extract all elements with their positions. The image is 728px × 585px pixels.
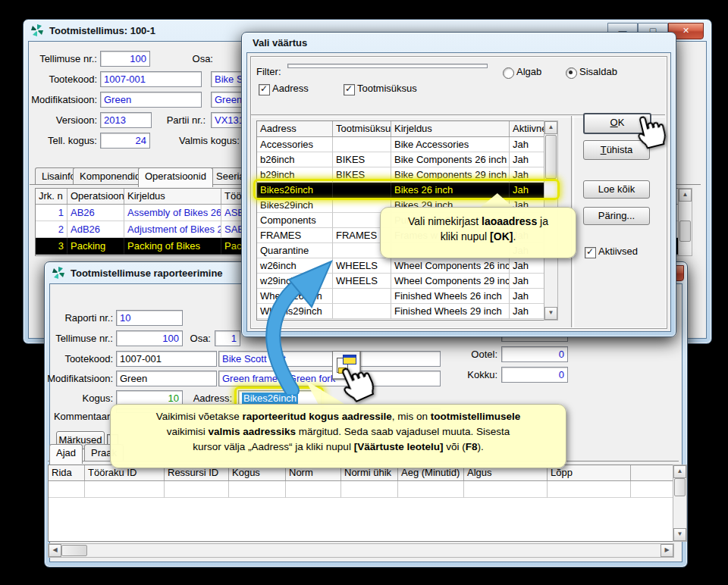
osa-field[interactable]: 1	[215, 330, 240, 346]
checkbox-tootmisyksus-label: Tootmisüksus	[357, 83, 417, 94]
main-window-title: Tootmistellimus: 100-1	[49, 25, 155, 36]
selected-row-highlight-ring	[253, 179, 560, 200]
label-kommentaar: Kommentaar:	[49, 411, 113, 422]
callout-report-info: Vaikimisi võetakse raporteeritud kogus a…	[110, 404, 566, 468]
ootel-field[interactable]: 0	[501, 346, 568, 362]
col-kirjeldus[interactable]: Kirjeldus	[391, 121, 510, 136]
tellimuse-nr-field[interactable]: 100	[100, 51, 150, 67]
label-aadress: Aadress:	[187, 393, 232, 404]
col-operatsiooni[interactable]: Operatsiooni	[67, 189, 124, 204]
col-jrk-nr[interactable]: Jrk. n	[36, 189, 67, 204]
col-tootmisyksus[interactable]: Tootmisüksus	[333, 121, 391, 136]
radio-algab-label: Algab	[516, 66, 541, 77]
tab-operatsioonid[interactable]: Operatsioonid	[138, 167, 213, 187]
col-aadress[interactable]: Aadress	[257, 121, 333, 136]
scroll-up-icon[interactable]: ▲	[544, 121, 557, 134]
label-partii-nr: Partii nr.:	[156, 114, 206, 126]
radio-sisaldab[interactable]	[566, 67, 577, 79]
dialog-titlebar[interactable]: Vali väärtus	[242, 33, 676, 52]
checkbox-aktiivsed[interactable]	[585, 247, 596, 258]
radio-sisaldab-label: Sisaldab	[579, 66, 617, 77]
app-icon	[31, 24, 43, 36]
filter-input[interactable]	[287, 64, 488, 68]
label-osa: Osa:	[187, 53, 213, 64]
tab-komponendid[interactable]: Komponendid	[73, 167, 147, 185]
checkbox-aadress[interactable]	[259, 84, 270, 95]
label-tootekood: Tootekood:	[33, 74, 97, 85]
checkbox-tootmisyksus[interactable]	[344, 84, 355, 95]
scroll-up-icon[interactable]: ▲	[679, 189, 692, 202]
times-v-scrollbar[interactable]: ▲ ▼	[673, 465, 687, 542]
scroll-up-icon[interactable]: ▲	[673, 465, 686, 478]
checkbox-aadress-label: Aadress	[272, 83, 309, 94]
col-aktiivne[interactable]: Aktiivne	[510, 121, 544, 136]
label-ootel: Ootel:	[444, 349, 497, 360]
address-table-header: Aadress Tootmisüksus Kirjeldus Aktiivne	[257, 121, 557, 137]
tell-kogus-field[interactable]: 24	[100, 133, 150, 149]
scroll-down-icon[interactable]: ▼	[673, 528, 686, 541]
label-tell-kogus: Tell. kogus:	[33, 135, 97, 146]
raporti-nr-field[interactable]: 10	[116, 310, 183, 326]
scroll-right-icon[interactable]: ▶	[661, 544, 673, 557]
tootekood-field[interactable]: 1007-001	[100, 71, 202, 87]
label-tootekood: Tootekood:	[49, 353, 113, 364]
label-raporti-nr: Raporti nr.:	[49, 312, 113, 324]
col-blank	[631, 465, 673, 480]
times-table: Rida Tööraku ID Ressursi ID Kogus Norm N…	[48, 465, 674, 542]
kokku-field[interactable]: 0	[501, 367, 568, 383]
tab-ajad[interactable]: Ajad	[49, 444, 83, 464]
table-row[interactable]: b26inch BIKES Bike Components 26 inch Ja…	[257, 152, 557, 167]
col-kirjeldus[interactable]: Kirjeldus	[124, 189, 221, 204]
report-window-title: Tootmistellimuse raporteerimine	[71, 267, 223, 279]
modifikatsioon-field[interactable]: Green	[116, 371, 217, 386]
scroll-down-icon[interactable]: ▼	[544, 307, 557, 320]
callout-select-address: Vali nimekirjast laoaadress ja kliki nup…	[380, 207, 576, 258]
scroll-thumb[interactable]	[545, 135, 557, 179]
col-rida[interactable]: Rida	[49, 465, 85, 480]
label-kogus: Kogus:	[49, 393, 113, 404]
scroll-left-icon[interactable]: ◀	[49, 544, 61, 557]
label-filter: Filter:	[256, 66, 281, 77]
operations-scrollbar[interactable]: ▲	[678, 188, 692, 256]
modifikatsioon-field[interactable]: Green	[100, 92, 202, 108]
query-button[interactable]: Päring...	[583, 207, 650, 225]
label-tellimuse-nr: Tellimuse nr.:	[33, 53, 97, 64]
table-row[interactable]: Accessories Bike Accessories Jah	[257, 137, 557, 152]
scroll-thumb[interactable]	[679, 221, 691, 242]
label-modifikatsioon: Modifikatsioon:	[42, 373, 113, 384]
versioon-field[interactable]: 2013	[100, 112, 152, 128]
label-osa: Osa:	[187, 333, 211, 344]
label-versioon: Versioon:	[33, 114, 97, 126]
tootekood-field[interactable]: 1007-001	[116, 351, 217, 367]
scroll-thumb[interactable]	[61, 545, 87, 556]
label-kokku: Kokku:	[444, 369, 497, 380]
label-valmis-kogus: Valmis kogus:	[164, 135, 240, 146]
app-icon	[52, 267, 64, 279]
times-h-scrollbar[interactable]: ◀ ▶	[48, 543, 674, 558]
scroll-thumb[interactable]	[674, 478, 686, 496]
checkbox-aktiivsed-label: Aktiivsed	[598, 246, 638, 257]
dialog-title: Vali väärtus	[253, 37, 307, 48]
radio-algab[interactable]	[503, 67, 514, 79]
desktop-background: Tootmistellimus: 100-1 — ▢ ✕ Tellimuse n…	[0, 0, 728, 585]
tellimuse-nr-field[interactable]: 100	[116, 330, 183, 346]
load-all-button[interactable]: Loe kõik	[583, 180, 650, 199]
label-modifikatsioon: Modifikatsioon:	[24, 94, 97, 105]
empty-row[interactable]	[49, 481, 673, 498]
label-tellimuse-nr: Tellimuse nr.:	[49, 333, 113, 344]
